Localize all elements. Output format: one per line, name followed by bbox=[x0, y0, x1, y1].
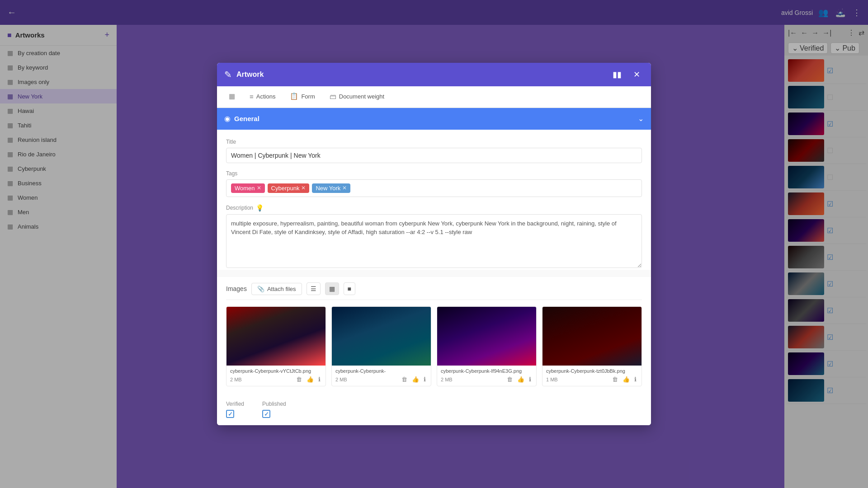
image-thumb-3 bbox=[437, 307, 536, 366]
view-grid-button[interactable]: ▦ bbox=[325, 282, 339, 295]
tag-newyork-remove[interactable]: ✕ bbox=[342, 185, 347, 191]
image-size-4: 1 MB bbox=[546, 377, 608, 382]
image-meta-1: 2 MB 🗑 👍 ℹ bbox=[230, 375, 322, 383]
modal-body: ◉ General ⌄ Title Tags Women ✕ bbox=[217, 108, 651, 426]
image-card-1: cyberpunk-Cyberpunk-vYCtJtCb.png 2 MB 🗑 … bbox=[226, 306, 326, 386]
actions-icon: ≡ bbox=[250, 93, 254, 100]
title-label: Title bbox=[226, 139, 642, 145]
image-info-btn-4[interactable]: ℹ bbox=[633, 375, 638, 383]
image-size-3: 2 MB bbox=[441, 377, 503, 382]
published-checkbox[interactable] bbox=[262, 410, 270, 418]
tab-actions-label: Actions bbox=[256, 93, 276, 100]
image-info-4: cyberpunk-Cyberpunk-tzt0JbBk.png 1 MB 🗑 … bbox=[542, 366, 642, 386]
tag-newyork-label: New York bbox=[316, 185, 340, 192]
modal-tabs: ▦ ≡ Actions 📋 Form 🗃 Document weight bbox=[217, 86, 651, 108]
tab-form[interactable]: 📋 Form bbox=[283, 86, 321, 108]
image-info-2: cyberpunk-Cyberpunk- 2 MB 🗑 👍 ℹ bbox=[332, 366, 431, 386]
attach-files-label: Attach files bbox=[267, 286, 296, 292]
images-section: Images 📎 Attach files ☰ ▦ ■ bbox=[217, 277, 651, 394]
image-meta-4: 1 MB 🗑 👍 ℹ bbox=[546, 375, 638, 383]
image-filename-1: cyberpunk-Cyberpunk-vYCtJtCb.png bbox=[230, 368, 322, 374]
verified-checkbox[interactable] bbox=[226, 410, 234, 418]
verify-row: Verified Published bbox=[217, 394, 651, 425]
modal-logo-icon: ✎ bbox=[224, 69, 232, 80]
verified-label: Verified bbox=[226, 401, 244, 407]
image-info-3: cyberpunk-Cyberpunk-If94nE3G.png 2 MB 🗑 … bbox=[437, 366, 536, 386]
image-flag-btn-2[interactable]: 👍 bbox=[410, 375, 420, 383]
modal-titlebar: ✎ Artwork ▮▮ ✕ bbox=[217, 63, 651, 86]
image-flag-btn-1[interactable]: 👍 bbox=[305, 375, 315, 383]
tab-form-label: Form bbox=[301, 93, 315, 100]
description-label-container: Description 💡 bbox=[226, 204, 642, 211]
image-card-4: cyberpunk-Cyberpunk-tzt0JbBk.png 1 MB 🗑 … bbox=[542, 306, 642, 386]
image-thumb-4 bbox=[542, 307, 642, 366]
image-actions-2: 🗑 👍 ℹ bbox=[400, 375, 427, 383]
view-list-button[interactable]: ☰ bbox=[307, 282, 321, 295]
modal-minimize-button[interactable]: ▮▮ bbox=[609, 68, 625, 81]
images-toolbar: Images 📎 Attach files ☰ ▦ ■ bbox=[226, 277, 642, 300]
image-preview-1 bbox=[226, 307, 326, 366]
modal-title: Artwork bbox=[236, 70, 264, 79]
image-info-btn-3[interactable]: ℹ bbox=[528, 375, 533, 383]
form-icon: 📋 bbox=[290, 92, 298, 100]
tab-layout[interactable]: ▦ bbox=[222, 86, 241, 108]
description-label: Description bbox=[226, 205, 253, 211]
layout-icon: ▦ bbox=[229, 92, 235, 100]
image-filename-3: cyberpunk-Cyberpunk-If94nE3G.png bbox=[441, 368, 533, 374]
image-card-3: cyberpunk-Cyberpunk-If94nE3G.png 2 MB 🗑 … bbox=[437, 306, 537, 386]
section-chevron-icon: ⌄ bbox=[638, 114, 644, 123]
section-title: General bbox=[234, 115, 259, 122]
tab-document-weight-label: Document weight bbox=[339, 93, 384, 100]
tag-cyberpunk[interactable]: Cyberpunk ✕ bbox=[268, 183, 310, 193]
image-thumb-2 bbox=[332, 307, 431, 366]
published-field: Published bbox=[262, 401, 286, 418]
image-flag-btn-4[interactable]: 👍 bbox=[621, 375, 631, 383]
image-size-2: 2 MB bbox=[335, 377, 397, 382]
image-delete-btn-4[interactable]: 🗑 bbox=[611, 375, 619, 383]
tag-women-label: Women bbox=[235, 185, 255, 192]
image-preview-4 bbox=[542, 307, 642, 366]
tab-document-weight[interactable]: 🗃 Document weight bbox=[323, 86, 391, 108]
image-info-btn-2[interactable]: ℹ bbox=[422, 375, 427, 383]
image-meta-2: 2 MB 🗑 👍 ℹ bbox=[335, 375, 427, 383]
modal-overlay: ✎ Artwork ▮▮ ✕ ▦ ≡ Actions 📋 Form 🗃 Docu… bbox=[0, 0, 868, 488]
image-flag-btn-3[interactable]: 👍 bbox=[516, 375, 526, 383]
general-section-header[interactable]: ◉ General ⌄ bbox=[217, 108, 651, 130]
tag-cyberpunk-label: Cyberpunk bbox=[271, 185, 300, 192]
modal-close-button[interactable]: ✕ bbox=[630, 68, 644, 81]
section-shield-icon: ◉ bbox=[224, 114, 231, 123]
image-actions-4: 🗑 👍 ℹ bbox=[611, 375, 638, 383]
image-info-btn-1[interactable]: ℹ bbox=[317, 375, 322, 383]
description-field-group: Description 💡 multiple exposure, hyperre… bbox=[226, 204, 642, 270]
tag-cyberpunk-remove[interactable]: ✕ bbox=[301, 185, 306, 191]
attach-files-button[interactable]: 📎 Attach files bbox=[251, 283, 302, 295]
tags-label: Tags bbox=[226, 170, 642, 177]
image-delete-btn-3[interactable]: 🗑 bbox=[505, 375, 514, 383]
image-thumb-1 bbox=[226, 307, 326, 366]
image-actions-1: 🗑 👍 ℹ bbox=[295, 375, 322, 383]
image-actions-3: 🗑 👍 ℹ bbox=[505, 375, 533, 383]
tag-women[interactable]: Women ✕ bbox=[231, 183, 265, 193]
tags-field-group: Tags Women ✕ Cyberpunk ✕ New York ✕ bbox=[226, 170, 642, 197]
verified-field: Verified bbox=[226, 401, 244, 418]
description-input[interactable]: multiple exposure, hyperrealism, paintin… bbox=[226, 214, 642, 268]
image-filename-2: cyberpunk-Cyberpunk- bbox=[335, 368, 427, 374]
modal: ✎ Artwork ▮▮ ✕ ▦ ≡ Actions 📋 Form 🗃 Docu… bbox=[217, 63, 651, 426]
title-field-group: Title bbox=[226, 139, 642, 163]
description-hint-icon: 💡 bbox=[256, 204, 264, 211]
image-size-1: 2 MB bbox=[230, 377, 292, 382]
tag-newyork[interactable]: New York ✕ bbox=[312, 183, 350, 193]
tags-container: Women ✕ Cyberpunk ✕ New York ✕ bbox=[226, 179, 642, 197]
published-label: Published bbox=[262, 401, 286, 407]
image-delete-btn-2[interactable]: 🗑 bbox=[400, 375, 409, 383]
title-input[interactable] bbox=[226, 148, 642, 163]
image-meta-3: 2 MB 🗑 👍 ℹ bbox=[441, 375, 533, 383]
document-icon: 🗃 bbox=[330, 93, 336, 100]
image-delete-btn-1[interactable]: 🗑 bbox=[295, 375, 303, 383]
form-area: Title Tags Women ✕ Cyberpunk ✕ bbox=[217, 130, 651, 270]
image-filename-4: cyberpunk-Cyberpunk-tzt0JbBk.png bbox=[546, 368, 638, 374]
tag-women-remove[interactable]: ✕ bbox=[257, 185, 261, 191]
tab-actions[interactable]: ≡ Actions bbox=[243, 86, 282, 108]
view-large-button[interactable]: ■ bbox=[344, 282, 355, 295]
image-card-2: cyberpunk-Cyberpunk- 2 MB 🗑 👍 ℹ bbox=[331, 306, 431, 386]
